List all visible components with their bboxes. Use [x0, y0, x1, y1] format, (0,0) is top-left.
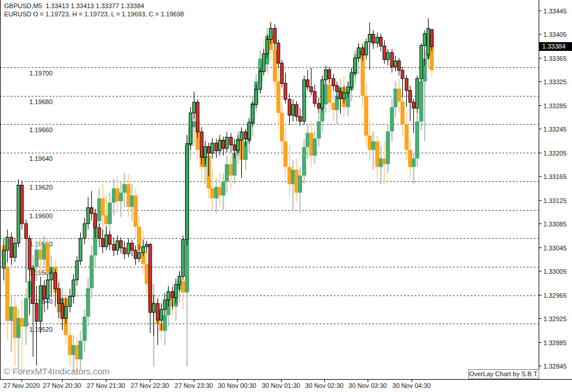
- eurusd-candle-body: [9, 307, 13, 321]
- time-axis-label[interactable]: 30 Nov 03:30: [348, 382, 386, 389]
- eurusd-candle-body: [379, 159, 383, 167]
- gbpusd-candle-body: [13, 243, 16, 257]
- eurusd-candle-body: [386, 132, 390, 164]
- gbpusd-candle-body: [134, 250, 137, 259]
- right-axis-price-label: 1.32845: [543, 363, 567, 370]
- eurusd-candle-body: [415, 122, 419, 159]
- gbpusd-candle-body: [398, 61, 400, 70]
- eurusd-candle-body: [108, 202, 112, 224]
- eurusd-candle-body: [382, 159, 386, 164]
- gbpusd-candle-body: [76, 261, 78, 280]
- gbpusd-candle-body: [79, 239, 82, 261]
- gbpusd-candle-body: [112, 245, 115, 250]
- gbpusd-candle-body: [105, 235, 108, 246]
- gbpusd-candle-body: [127, 243, 130, 254]
- right-axis-price-label: 1.33365: [543, 55, 567, 62]
- eurusd-candle-body: [163, 315, 167, 331]
- eurusd-candle-body: [306, 133, 310, 147]
- gbpusd-candle-body: [116, 241, 119, 250]
- gbpusd-candle-body: [240, 132, 243, 140]
- eurusd-candle-body: [393, 89, 398, 108]
- gbpusd-candle-body: [98, 228, 101, 238]
- gbpusd-candle-body: [204, 147, 207, 157]
- gbpusd-candle-body: [193, 102, 196, 113]
- gbpusd-candle-body: [230, 137, 232, 145]
- gbpusd-candle-body: [427, 28, 430, 55]
- eurusd-candle-body: [412, 159, 416, 167]
- right-axis-price-label: 1.32885: [543, 339, 567, 346]
- gbpusd-candle-body: [284, 83, 287, 99]
- eurusd-candle-body: [371, 142, 375, 150]
- gbpusd-candle-body: [25, 223, 28, 238]
- gbpusd-candle-body: [280, 63, 283, 83]
- eurusd-candle-body: [119, 192, 123, 201]
- gbpusd-candle-body: [225, 137, 228, 149]
- right-axis-price-label: 1.33125: [543, 197, 567, 204]
- time-axis-label[interactable]: 30 Nov 02:30: [305, 382, 343, 389]
- eurusd-candle-body: [192, 122, 196, 128]
- gbpusd-candle-body: [46, 280, 49, 298]
- gbpusd-candle-body: [90, 208, 93, 214]
- gbpusd-candle-body: [324, 70, 327, 80]
- eurusd-candle-body: [283, 142, 287, 167]
- gbpusd-candle-body: [269, 28, 272, 39]
- gbpusd-candle-body: [131, 243, 133, 250]
- left-axis-price-label: 1.19660: [29, 126, 53, 133]
- gbpusd-candle-body: [186, 144, 189, 240]
- gbpusd-candle-body: [262, 54, 265, 71]
- right-axis-price-label: 1.33405: [543, 31, 567, 38]
- eurusd-candle-body: [42, 244, 46, 260]
- gbpusd-candle-body: [156, 304, 159, 320]
- eurusd-candle-body: [225, 164, 229, 181]
- gbpusd-candle-body: [94, 214, 97, 228]
- time-axis-label[interactable]: 30 Nov 00:30: [218, 382, 256, 389]
- gbpusd-candle-body: [339, 92, 342, 99]
- gbpusd-candle-body: [386, 53, 389, 60]
- right-axis-price-label: 1.33005: [543, 268, 567, 275]
- right-axis-price-label: 1.33165: [543, 173, 567, 180]
- gbpusd-candle-body: [277, 43, 280, 63]
- candlestick-chart-plot-area[interactable]: 1.197001.196801.196601.196401.196201.196…: [0, 0, 572, 392]
- gbpusd-candle-body: [383, 46, 386, 60]
- eurusd-candle-body: [390, 107, 394, 131]
- time-axis-label[interactable]: 27 Nov 20:30: [43, 382, 81, 389]
- gbpusd-candle-body: [32, 269, 35, 304]
- time-axis-label[interactable]: 30 Nov 04:30: [392, 382, 430, 389]
- gbpusd-candle-body: [6, 238, 9, 250]
- gbpusd-candle-body: [342, 93, 345, 99]
- eurusd-candle-body: [218, 187, 222, 196]
- eurusd-candle-body: [214, 187, 218, 198]
- gbpusd-candle-body: [335, 85, 338, 91]
- eurusd-candle-body: [408, 150, 412, 167]
- gbpusd-candle-body: [152, 304, 155, 312]
- gbpusd-candle-body: [303, 80, 306, 121]
- eurusd-candle-body: [280, 113, 284, 142]
- gbpusd-candle-body: [405, 78, 408, 90]
- gbpusd-candle-body: [57, 289, 60, 304]
- gbpusd-candle-body: [123, 248, 126, 254]
- gbpusd-candle-body: [273, 28, 276, 43]
- gbpusd-candle-body: [361, 48, 364, 55]
- overlay-indicator-credit: OverLay Chart by S.B.T.: [468, 369, 539, 379]
- eurusd-candle-body: [78, 341, 83, 360]
- gbpusd-candle-body: [207, 147, 210, 153]
- eurusd-candle-body: [419, 81, 423, 121]
- time-axis-label[interactable]: 27 Nov 21:30: [87, 382, 125, 389]
- time-axis-label[interactable]: 27 Nov 2020: [4, 382, 40, 389]
- gbpusd-candle-body: [295, 105, 298, 116]
- gbpusd-candle-body: [357, 48, 360, 58]
- time-axis-label[interactable]: 27 Nov 23:30: [174, 382, 213, 389]
- eurusd-candle-body: [313, 139, 317, 156]
- eurusd-candle-body: [101, 198, 105, 215]
- mt4-chart-window: GBPUSD,M5 1.33413 1.33413 1.33377 1.3338…: [0, 0, 572, 392]
- gbpusd-candle-body: [163, 300, 166, 310]
- gbpusd-candle-body: [379, 37, 382, 46]
- gbpusd-candle-body: [347, 87, 350, 93]
- time-axis-label[interactable]: 30 Nov 01:30: [262, 382, 300, 389]
- eurusd-candle-body: [331, 103, 335, 110]
- time-axis-label[interactable]: 27 Nov 22:30: [131, 382, 169, 389]
- gbpusd-candle-body: [2, 250, 5, 268]
- right-axis-price-label: 1.33285: [543, 102, 567, 109]
- right-axis-price-label: 1.33245: [543, 126, 567, 133]
- left-axis-price-label: 1.19620: [29, 184, 53, 191]
